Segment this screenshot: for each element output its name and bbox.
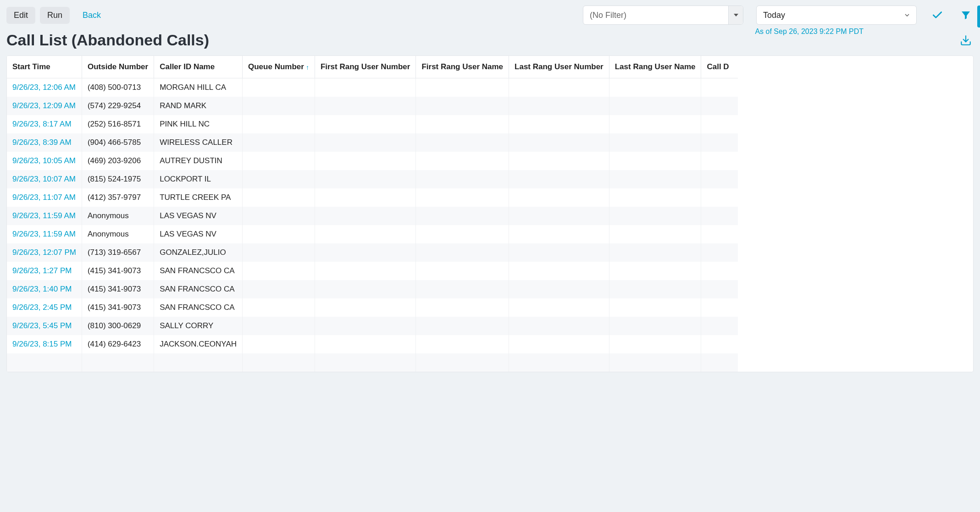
cell-frna xyxy=(416,133,509,152)
cell-frun xyxy=(315,133,416,152)
start-time-link[interactable]: 9/26/23, 10:07 AM xyxy=(12,175,76,183)
cell-lrna xyxy=(609,170,701,188)
start-time-link[interactable]: 9/26/23, 1:40 PM xyxy=(12,285,72,293)
cell-start: 9/26/23, 12:06 AM xyxy=(7,78,82,97)
cell-outside: (810) 300-0629 xyxy=(82,317,154,335)
cell-frna xyxy=(416,152,509,170)
start-time-link[interactable]: 9/26/23, 10:05 AM xyxy=(12,156,76,165)
cell-frun xyxy=(315,225,416,243)
cell-lrun xyxy=(509,78,609,97)
cell-frna xyxy=(416,317,509,335)
cell-lrun xyxy=(509,262,609,280)
start-time-link[interactable]: 9/26/23, 11:07 AM xyxy=(12,193,76,202)
cell-start: 9/26/23, 8:39 AM xyxy=(7,133,82,152)
table-row: 9/26/23, 8:17 AM(252) 516-8571PINK HILL … xyxy=(7,115,738,133)
cell-dur xyxy=(701,97,738,115)
cell-queue xyxy=(243,170,315,188)
column-header-frun[interactable]: First Rang User Number xyxy=(315,56,416,78)
start-time-link[interactable]: 9/26/23, 12:06 AM xyxy=(12,83,76,92)
chevron-down-icon xyxy=(728,6,743,24)
cell-cid: LAS VEGAS NV xyxy=(154,225,243,243)
cell-start: 9/26/23, 12:09 AM xyxy=(7,97,82,115)
cell-lrna xyxy=(609,225,701,243)
cell-frna xyxy=(416,335,509,353)
cell-queue xyxy=(243,133,315,152)
column-header-outside[interactable]: Outside Number xyxy=(82,56,154,78)
start-time-link[interactable]: 9/26/23, 12:09 AM xyxy=(12,101,76,110)
cell-frna xyxy=(416,207,509,225)
column-header-frna[interactable]: First Rang User Name xyxy=(416,56,509,78)
cell-start: 9/26/23, 11:59 AM xyxy=(7,225,82,243)
cell-lrna xyxy=(609,317,701,335)
cell-cid: SALLY CORRY xyxy=(154,317,243,335)
cell-outside: (574) 229-9254 xyxy=(82,97,154,115)
cell-cid: TURTLE CREEK PA xyxy=(154,188,243,207)
cell-dur xyxy=(701,280,738,298)
cell-lrun xyxy=(509,317,609,335)
cell-outside: (415) 341-9073 xyxy=(82,280,154,298)
cell-lrna xyxy=(609,133,701,152)
cell-frna xyxy=(416,97,509,115)
start-time-link[interactable]: 9/26/23, 8:17 AM xyxy=(12,120,72,128)
start-time-link[interactable]: 9/26/23, 2:45 PM xyxy=(12,303,72,312)
column-header-lrun[interactable]: Last Rang User Number xyxy=(509,56,609,78)
column-header-lrna[interactable]: Last Rang User Name xyxy=(609,56,701,78)
cell-cid: SAN FRANCSCO CA xyxy=(154,262,243,280)
cell-outside: (815) 524-1975 xyxy=(82,170,154,188)
cell-cid: LOCKPORT IL xyxy=(154,170,243,188)
cell-outside: (713) 319-6567 xyxy=(82,243,154,262)
start-time-link[interactable]: 9/26/23, 8:15 PM xyxy=(12,340,72,348)
cell-start: 9/26/23, 8:15 PM xyxy=(7,335,82,353)
cell-start: 9/26/23, 5:45 PM xyxy=(7,317,82,335)
apply-check-button[interactable] xyxy=(930,7,945,23)
cell-queue xyxy=(243,280,315,298)
start-time-link[interactable]: 9/26/23, 8:39 AM xyxy=(12,138,72,147)
table-row: 9/26/23, 11:59 AMAnonymousLAS VEGAS NV xyxy=(7,225,738,243)
start-time-link[interactable]: 9/26/23, 5:45 PM xyxy=(12,321,72,330)
call-list-table[interactable]: Start TimeOutside NumberCaller ID NameQu… xyxy=(6,55,974,372)
cell-queue xyxy=(243,298,315,317)
column-header-cid[interactable]: Caller ID Name xyxy=(154,56,243,78)
filter-button[interactable] xyxy=(958,7,974,23)
cell-lrun xyxy=(509,97,609,115)
filter-select[interactable]: (No Filter) xyxy=(583,6,743,25)
cell-outside: (412) 357-9797 xyxy=(82,188,154,207)
download-button[interactable] xyxy=(958,33,974,48)
start-time-link[interactable]: 9/26/23, 11:59 AM xyxy=(12,211,76,220)
column-header-label: Last Rang User Name xyxy=(615,62,696,71)
column-header-label: Outside Number xyxy=(88,62,148,71)
back-link[interactable]: Back xyxy=(83,11,101,20)
cell-frun xyxy=(315,207,416,225)
start-time-link[interactable]: 9/26/23, 11:59 AM xyxy=(12,230,76,238)
cell-dur xyxy=(701,207,738,225)
column-header-label: Queue Number xyxy=(248,62,304,71)
cell-frun xyxy=(315,298,416,317)
cell-outside: (469) 203-9206 xyxy=(82,152,154,170)
cell-frun xyxy=(315,188,416,207)
as-of-timestamp: As of Sep 26, 2023 9:22 PM PDT xyxy=(755,28,864,36)
cell-queue xyxy=(243,152,315,170)
cell-cid: JACKSON.CEONYAH xyxy=(154,335,243,353)
cell-queue xyxy=(243,262,315,280)
cell-dur xyxy=(701,78,738,97)
page-title: Call List (Abandoned Calls) xyxy=(6,31,209,49)
column-header-queue[interactable]: Queue Number↑ xyxy=(243,56,315,78)
check-icon xyxy=(931,9,943,21)
start-time-link[interactable]: 9/26/23, 1:27 PM xyxy=(12,266,72,275)
cell-lrna xyxy=(609,353,701,372)
column-header-dur[interactable]: Call D xyxy=(701,56,738,78)
right-panel-handle[interactable] xyxy=(977,6,980,28)
date-range-select[interactable]: Today xyxy=(756,6,917,25)
cell-cid xyxy=(154,353,243,372)
cell-lrun xyxy=(509,133,609,152)
cell-lrun xyxy=(509,170,609,188)
run-button[interactable]: Run xyxy=(40,7,70,24)
cell-frun xyxy=(315,78,416,97)
cell-lrna xyxy=(609,78,701,97)
cell-frna xyxy=(416,188,509,207)
cell-lrna xyxy=(609,243,701,262)
column-header-start[interactable]: Start Time xyxy=(7,56,82,78)
edit-button[interactable]: Edit xyxy=(6,7,35,24)
start-time-link[interactable]: 9/26/23, 12:07 PM xyxy=(12,248,76,257)
cell-frna xyxy=(416,262,509,280)
